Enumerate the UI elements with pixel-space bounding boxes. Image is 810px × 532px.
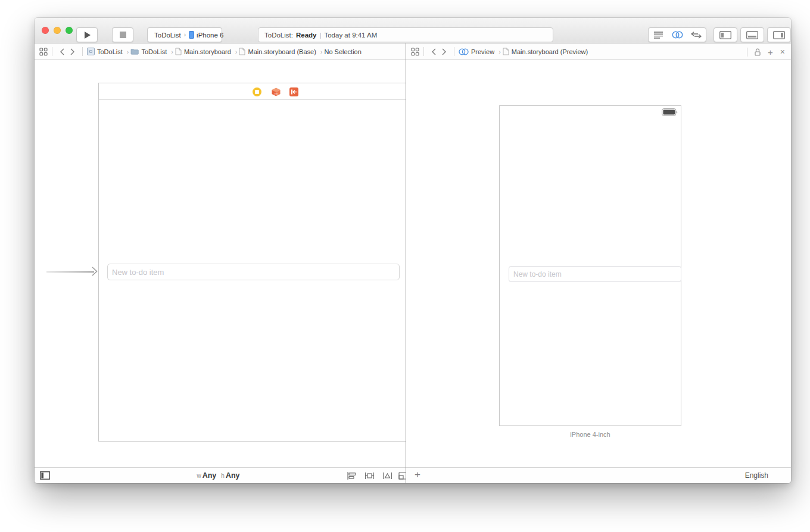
activity-status-view: ToDoList: Ready | Today at 9:41 AM: [258, 27, 553, 42]
width-class-value: Any: [202, 471, 217, 480]
standard-editor-icon: [654, 32, 663, 39]
preview-language-button[interactable]: English: [745, 471, 768, 480]
divider: [747, 48, 747, 57]
resolve-issues-icon: [382, 472, 392, 480]
battery-icon: [662, 108, 678, 116]
breadcrumb-label: Main.storyboard (Preview): [512, 48, 588, 55]
stop-button[interactable]: [112, 27, 133, 42]
preview-pane: New to-do item iPhone 4-inch: [406, 60, 791, 467]
breadcrumb-preview-file[interactable]: Main.storyboard (Preview): [503, 48, 588, 55]
height-class-key: h: [221, 472, 225, 479]
chevron-right-icon: [442, 48, 447, 55]
breadcrumb-separator: ›: [499, 48, 501, 55]
related-items-button[interactable]: [411, 48, 419, 56]
project-icon: [87, 48, 95, 55]
preview-bottom-bar: + English: [406, 467, 791, 483]
preview-placeholder-text: New to-do item: [513, 270, 562, 278]
play-icon: [85, 32, 91, 39]
breadcrumb-selection[interactable]: No Selection: [324, 48, 361, 55]
forward-button[interactable]: [70, 48, 75, 55]
toggle-debug-area-button[interactable]: [740, 27, 764, 42]
storyboard-file-icon: [175, 48, 182, 55]
canvas-bottom-bar: w Any h Any: [35, 467, 406, 483]
breadcrumb-separator: ›: [127, 48, 129, 55]
view-controller-scene[interactable]: m: [98, 83, 406, 442]
version-editor-icon: [691, 32, 702, 39]
breadcrumb-project[interactable]: ToDoList: [87, 48, 123, 55]
breadcrumb-label: ToDoList: [141, 48, 167, 55]
scheme-separator: ›: [184, 32, 186, 38]
editor-mode-control: [648, 27, 706, 42]
add-preview-device-button[interactable]: +: [415, 469, 420, 481]
breadcrumb-localization[interactable]: Main.storyboard (Base): [239, 48, 316, 55]
status-separator: |: [319, 32, 321, 39]
align-icon: [347, 472, 357, 480]
entry-point-arrowhead-icon: [92, 267, 98, 276]
breadcrumb-label: Main.storyboard: [184, 48, 231, 55]
minimize-window-button[interactable]: [54, 27, 61, 34]
breadcrumb-assistant-mode[interactable]: Preview: [459, 48, 494, 55]
forward-button[interactable]: [442, 48, 447, 55]
resolve-autolayout-button[interactable]: [381, 471, 394, 481]
back-button[interactable]: [60, 48, 64, 55]
standard-editor-button[interactable]: [649, 28, 668, 42]
close-assistant-editor-button[interactable]: ×: [780, 47, 785, 57]
width-class-key: w: [197, 472, 201, 479]
lock-icon: [755, 48, 761, 56]
chevron-left-icon: [431, 48, 436, 55]
first-responder-icon[interactable]: m: [272, 87, 281, 96]
scheme-project-label: ToDoList: [154, 32, 181, 39]
related-items-button[interactable]: [39, 48, 48, 56]
todo-textfield[interactable]: [107, 264, 400, 280]
breadcrumb-file[interactable]: Main.storyboard: [175, 48, 231, 55]
status-state: Ready: [296, 32, 317, 39]
xcode-window: ToDoList › iPhone 6 ToDoList: Ready | To…: [35, 18, 791, 483]
scene-dock: m: [99, 83, 406, 100]
breadcrumb-label: Main.storyboard (Base): [248, 48, 316, 55]
scheme-selector[interactable]: ToDoList › iPhone 6: [147, 27, 222, 42]
toggle-navigator-button[interactable]: [714, 27, 737, 42]
close-window-button[interactable]: [42, 27, 49, 34]
preview-device-label: iPhone 4-inch: [499, 431, 681, 438]
toggle-utilities-button[interactable]: [767, 27, 791, 42]
height-class-value: Any: [226, 471, 240, 480]
pin-constraints-button[interactable]: [363, 471, 376, 481]
breadcrumb-separator: ›: [171, 48, 173, 55]
version-editor-button[interactable]: [687, 28, 706, 42]
add-assistant-editor-button[interactable]: +: [768, 47, 773, 57]
status-time: Today at 9:41 AM: [324, 32, 377, 39]
storyboard-file-icon: [239, 48, 245, 55]
back-button[interactable]: [431, 48, 436, 55]
related-items-icon: [411, 48, 419, 56]
run-button[interactable]: [76, 27, 98, 42]
primary-jump-bar: ToDoList › ToDoList › Main.storyboard › …: [35, 43, 406, 60]
exit-segue-icon[interactable]: [289, 87, 298, 96]
pin-icon: [364, 472, 375, 480]
iphone-destination-icon: [189, 31, 194, 39]
assistant-jump-bar: Preview › Main.storyboard (Preview): [406, 43, 791, 60]
breadcrumb-separator: ›: [320, 48, 323, 55]
zoom-window-button[interactable]: [66, 27, 73, 34]
status-project: ToDoList:: [264, 32, 293, 39]
breadcrumb-label: Preview: [471, 48, 494, 55]
chevron-left-icon: [60, 48, 64, 55]
view-controller-icon[interactable]: [253, 87, 261, 96]
scheme-destination-label: iPhone 6: [197, 32, 223, 39]
breadcrumb-group[interactable]: ToDoList: [130, 48, 167, 55]
storyboard-file-icon: [503, 48, 509, 55]
assistant-editor-icon: [672, 31, 683, 39]
assistant-circles-icon: [459, 48, 469, 55]
breadcrumb-label: ToDoList: [97, 48, 123, 55]
entry-point-arrow[interactable]: [46, 271, 94, 273]
related-items-icon: [39, 48, 48, 56]
assistant-editor-button[interactable]: [668, 28, 687, 42]
tracking-lock-button[interactable]: [755, 48, 761, 56]
editor-split-divider[interactable]: [406, 43, 406, 483]
storyboard-canvas: m: [35, 60, 406, 467]
svg-text:m: m: [275, 92, 278, 95]
assistant-bar-controls: + ×: [747, 43, 785, 60]
debug-panel-icon: [746, 31, 758, 39]
iphone-preview-frame: New to-do item: [499, 105, 681, 426]
navigator-panel-icon: [719, 31, 731, 39]
align-constraints-button[interactable]: [345, 471, 358, 481]
